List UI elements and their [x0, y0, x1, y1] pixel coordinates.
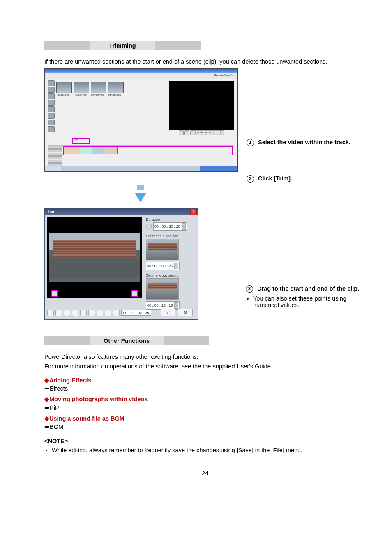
mark-out-field[interactable]: 00 : 00 : 23 : 15 [146, 301, 180, 310]
flow-arrow-icon [135, 193, 146, 202]
screenshot-trim-dialog: Trim × Duration [44, 208, 198, 320]
section-heading-band: Other Functions [44, 336, 366, 345]
media-thumb[interactable]: HDV001.TOD [56, 82, 72, 93]
status-bar [45, 166, 237, 171]
duration-field[interactable]: 00 : 00 : 20 : 20 [153, 222, 187, 231]
timeline-clip[interactable] [80, 147, 93, 154]
mark-in-label: Set mark in position [146, 234, 195, 238]
step-1-text: Select the video within the track. [258, 139, 350, 146]
timeline[interactable] [48, 145, 234, 166]
movie-length-readout: Movie 00; 00; 07; 16 [195, 130, 221, 134]
other-p2: For more information on operations of th… [44, 362, 366, 370]
mark-in-thumb [146, 239, 179, 260]
duration-label: Duration [146, 217, 195, 222]
effects-heading: ◆Adding Effects [44, 377, 91, 384]
track-headers [48, 146, 62, 166]
zoom-button[interactable] [113, 310, 120, 316]
mute-button[interactable] [105, 310, 111, 316]
clock-icon [146, 224, 152, 229]
band-left [44, 41, 90, 50]
page-number: 24 [44, 470, 366, 476]
note-heading: <NOTE> [44, 438, 68, 444]
other-p1: PowerDirector also features many other e… [44, 353, 366, 361]
mark-in-value: 00 : 00 : 02 : 25 [147, 264, 173, 268]
timeline-clip[interactable] [64, 147, 81, 154]
scene-image [49, 233, 140, 282]
mark-out-thumb [146, 278, 179, 300]
sound-link: ➡BGM [44, 423, 63, 430]
next-frame-button[interactable] [80, 310, 87, 316]
prev-frame-button[interactable] [72, 310, 78, 316]
playhead-timecode: 00 : 00 : 02 : 25 [121, 310, 151, 316]
dialog-ok-button[interactable]: ✓ [161, 309, 175, 316]
duration-value: 00 : 00 : 20 : 20 [154, 224, 180, 229]
step-3-note-item: You can also set these points using nume… [253, 295, 366, 308]
band-left [44, 336, 90, 345]
app-brand: PowerDirector [214, 74, 235, 77]
flow-arrow-shaft [137, 185, 144, 190]
preview-panel [169, 81, 234, 130]
screenshot-editor: PowerDirector HDV001.TOD HDV002.TOD HDV0… [44, 68, 238, 172]
timeline-clip[interactable] [92, 147, 105, 154]
dialog-close-button[interactable]: × [190, 209, 197, 215]
note-item: While editing, always remember to freque… [52, 447, 366, 453]
section-title-trimming: Trimming [90, 41, 155, 50]
band-right [155, 41, 201, 50]
mark-out-handle[interactable] [131, 290, 138, 297]
step-num-2: 2 [247, 175, 254, 183]
dialog-cancel-button[interactable]: ✕ [178, 309, 193, 316]
sound-heading: ◆Using a sound file as BGM [44, 415, 125, 422]
effects-link: ➡Effects [44, 385, 68, 392]
trim-button[interactable]: Trim... [74, 138, 81, 141]
media-thumb[interactable]: HDV004.TOD [108, 82, 124, 93]
timeline-clip[interactable] [105, 147, 118, 154]
note-list: While editing, always remember to freque… [52, 447, 366, 453]
step-2-text: Click [Trim]. [258, 175, 292, 182]
mark-in-handle[interactable] [51, 290, 58, 297]
media-thumb[interactable]: HDV002.TOD [74, 82, 89, 93]
play-start-button[interactable] [47, 310, 54, 316]
band-right [164, 336, 209, 345]
dialog-title: Trim [47, 210, 55, 214]
mark-out-value: 00 : 00 : 23 : 15 [147, 303, 173, 308]
library-toolbar [48, 80, 54, 134]
moving-heading: ◆Moving photographs within videos [44, 396, 148, 402]
trim-side-panel: Duration 00 : 00 : 20 : 20 Set mark in p… [146, 217, 195, 313]
step-3-note: You can also set these points using nume… [253, 295, 366, 308]
step-2: 2 Click [Trim]. [247, 175, 366, 183]
mark-out-label: Set mark out position [146, 273, 195, 278]
moving-link: ➡PiP [44, 405, 59, 411]
play-button[interactable] [55, 310, 62, 316]
mark-in-field[interactable]: 00 : 00 : 02 : 25 [146, 262, 180, 270]
step-num-3: 3 [246, 285, 253, 293]
trimming-intro: If there are unwanted sections at the st… [44, 58, 366, 66]
media-thumb[interactable]: HDV003.TOD [91, 82, 106, 93]
dialog-titlebar: Trim × [45, 208, 198, 215]
trim-preview [47, 217, 142, 298]
stop-button[interactable] [64, 310, 70, 316]
section-title-other: Other Functions [90, 336, 164, 345]
set-out-button[interactable] [97, 310, 103, 316]
step-3-text: Drag to the start and end of the clip. [257, 285, 359, 292]
section-heading-band: Trimming [44, 41, 366, 50]
set-in-button[interactable] [88, 310, 95, 316]
step-num-1: 1 [247, 139, 254, 146]
media-library: HDV001.TOD HDV002.TOD HDV003.TOD HDV004.… [48, 80, 155, 134]
step-1: 1 Select the video within the track. [247, 139, 366, 146]
video-track-highlight [63, 146, 233, 155]
step-3: 3 Drag to the start and end of the clip. [246, 285, 366, 293]
